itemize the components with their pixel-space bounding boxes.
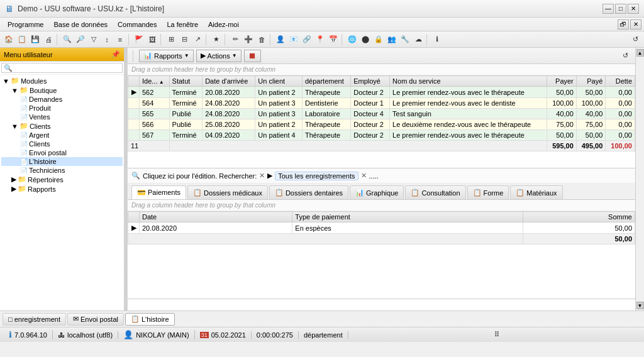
maximize-button[interactable]: □ [615, 4, 626, 14]
tb-calendar-button[interactable]: 📅 [327, 33, 340, 46]
tree-search-input[interactable] [1, 63, 123, 73]
menu-close-button[interactable]: ✕ [630, 19, 641, 30]
tb-lock-button[interactable]: 🔒 [372, 33, 385, 46]
menu-restore-button[interactable]: 🗗 [618, 19, 629, 30]
close-button[interactable]: ✕ [628, 4, 639, 14]
tb-nav-button[interactable]: ↗ [191, 33, 204, 46]
tab-dossiers-medicaux[interactable]: 📋 Dossiers médicaux [187, 185, 268, 199]
bottom-tab-histoire[interactable]: 📋 L'histoire [125, 313, 175, 326]
tab-paiements[interactable]: 💳 Paiements [131, 185, 186, 199]
col-employe-header[interactable]: Employé [351, 76, 390, 87]
col-dette-header[interactable]: Dette [606, 76, 635, 87]
status-resize-grip[interactable]: ⠿ [489, 331, 640, 339]
bottom-tab-envoi-postal[interactable]: ✉ Envoi postal [67, 313, 124, 326]
tb-refresh-button[interactable]: ↺ [629, 33, 641, 46]
tb-expand-button[interactable]: ⊟ [178, 33, 191, 46]
tab-dossiers-medicaux-label: Dossiers médicaux [204, 189, 262, 197]
tb-image-button[interactable]: 🖼 [146, 33, 158, 46]
menu-programme[interactable]: Programme [3, 19, 48, 30]
tb-tool-button[interactable]: 🔧 [399, 33, 411, 46]
tb-info-button[interactable]: ℹ [431, 33, 443, 46]
sub-col-type-header[interactable]: Type de paiement [292, 212, 523, 222]
sidebar-item-ventes[interactable]: 📄 Ventes [1, 113, 123, 121]
sidebar-item-demandes[interactable]: 📄 Demandes [1, 95, 123, 104]
tb-cloud-button[interactable]: ☁ [412, 33, 425, 46]
sidebar-item-lhistoire[interactable]: 📄 L'histoire [1, 157, 123, 166]
col-statut-header[interactable]: Statut [169, 76, 203, 87]
sidebar-item-argent[interactable]: 📄 Argent [1, 131, 123, 140]
minimize-button[interactable]: — [602, 4, 614, 14]
sidebar-item-rapports-tree[interactable]: ▶ 📁 Rapports [1, 184, 123, 194]
tb-location-button[interactable]: 📍 [314, 33, 326, 46]
content-area: 📊 Rapports ▼ ▶ Actions ▼ ⏹ ↺ Drag a colu… [128, 48, 635, 310]
tb-user-button[interactable]: 👤 [274, 33, 287, 46]
scroll-up-button[interactable]: ▲ [636, 49, 644, 57]
sidebar-item-repertoires[interactable]: ▶ 📁 Répertoires [1, 175, 123, 184]
tab-graphique-label: Graphique [366, 189, 398, 197]
scrollbar[interactable]: ▲ ▼ [635, 48, 644, 310]
col-dept-header[interactable]: département [302, 76, 350, 87]
tb-globe-button[interactable]: 🌐 [346, 33, 358, 46]
menu-base-donnees[interactable]: Base de données [48, 19, 113, 30]
bottom-tab-enregistrement[interactable]: □ enregistrement [3, 313, 66, 326]
tb-star-button[interactable]: ★ [210, 33, 223, 46]
tb-flag-button[interactable]: 🚩 [133, 33, 145, 46]
sidebar-item-clients-folder[interactable]: ▼ 📁 Clients [1, 121, 123, 131]
tb-search-button[interactable]: 🔍 [61, 33, 74, 46]
sub-col-date-header[interactable]: Date [140, 212, 292, 222]
tb-delete-button[interactable]: 🗑 [255, 33, 268, 46]
col-service-header[interactable]: Nom du service [390, 76, 547, 87]
table-row[interactable]: 565 Publié 24.08.2020 Un patient 3 Labor… [128, 109, 635, 119]
actions-button[interactable]: ▶ Actions ▼ [196, 50, 242, 62]
tb-mail-button[interactable]: 📧 [287, 33, 300, 46]
sidebar-item-techniciens[interactable]: 📄 Techniciens [1, 166, 123, 175]
table-row[interactable]: 567 Terminé 04.09.2020 Un patient 4 Thér… [128, 130, 635, 141]
sub-col-somme-header[interactable]: Somme [523, 212, 635, 222]
tb-sort-button[interactable]: ↕ [101, 33, 113, 46]
stop-button[interactable]: ⏹ [244, 50, 261, 62]
tb-table-button[interactable]: ⊞ [165, 33, 177, 46]
table-row[interactable]: ▶ 562 Terminé 20.08.2020 Un patient 2 Th… [128, 87, 635, 98]
col-paye-header[interactable]: Payé [576, 76, 606, 87]
tab-consultation[interactable]: 📋 Consultation [405, 185, 465, 199]
tb-add-button[interactable]: ➕ [242, 33, 255, 46]
tb-filter-button[interactable]: 🔎 [74, 33, 87, 46]
col-client-header[interactable]: Un client [255, 76, 303, 87]
rapports-button[interactable]: 📊 Rapports ▼ [139, 50, 194, 62]
tb-copy-button[interactable]: 📋 [16, 33, 28, 46]
sidebar-item-boutique[interactable]: ▼ 📁 Boutique [1, 85, 123, 95]
tb-edit-button[interactable]: ✏ [229, 33, 242, 46]
tab-graphique[interactable]: 📊 Graphique [350, 185, 404, 199]
sidebar-item-clients[interactable]: 📄 Clients [1, 140, 123, 148]
menu-fenetre[interactable]: La fenêtre [162, 19, 203, 30]
tb-home-button[interactable]: 🏠 [3, 33, 15, 46]
tab-forme[interactable]: 📋 Forme [467, 185, 509, 199]
filter-clear-button[interactable]: ✕ [259, 172, 265, 180]
tb-link-button[interactable]: 🔗 [301, 33, 313, 46]
content-refresh-button[interactable]: ↺ [619, 50, 631, 62]
sidebar-item-modules[interactable]: ▼ 📁 Modules [1, 76, 123, 85]
col-payer-header[interactable]: Payer [547, 76, 577, 87]
scroll-down-button[interactable]: ▼ [636, 302, 644, 309]
col-date-header[interactable]: Date d'arrivée [203, 76, 255, 87]
table-row[interactable]: 566 Publié 25.08.2020 Un patient 2 Théra… [128, 119, 635, 130]
filter-tag-close-button[interactable]: ✕ [361, 172, 367, 180]
sidebar-item-produit[interactable]: 📄 Produit [1, 104, 123, 113]
tb-person-button[interactable]: 👥 [386, 33, 398, 46]
menu-aide[interactable]: Aidez-moi [203, 19, 244, 30]
col-id-header[interactable]: Ide... [140, 76, 170, 87]
tab-materiaux[interactable]: 📋 Matériaux [510, 185, 562, 199]
tab-dossiers-dentaires[interactable]: 📋 Dossiers dentaires [269, 185, 348, 199]
status-time-text: 0:00:00:275 [257, 331, 293, 339]
sidebar-header: Menu utilisateur 📌 [0, 48, 124, 62]
tb-group-button[interactable]: ≡ [114, 33, 126, 46]
table-row[interactable]: 564 Terminé 24.08.2020 Un patient 3 Dent… [128, 98, 635, 109]
tb-funnel-button[interactable]: ▽ [87, 33, 100, 46]
sidebar-item-envoi-postal[interactable]: 📄 Envoi postal [1, 148, 123, 157]
sub-table-row[interactable]: ▶ 20.08.2020 En espèces 50,00 [128, 222, 635, 234]
sidebar-pin-icon[interactable]: 📌 [111, 50, 120, 58]
tb-print-button[interactable]: 🖨 [42, 33, 55, 46]
tb-circle-button[interactable]: ⬤ [359, 33, 372, 46]
tb-save-button[interactable]: 💾 [29, 33, 42, 46]
menu-commandes[interactable]: Commandes [113, 19, 162, 30]
